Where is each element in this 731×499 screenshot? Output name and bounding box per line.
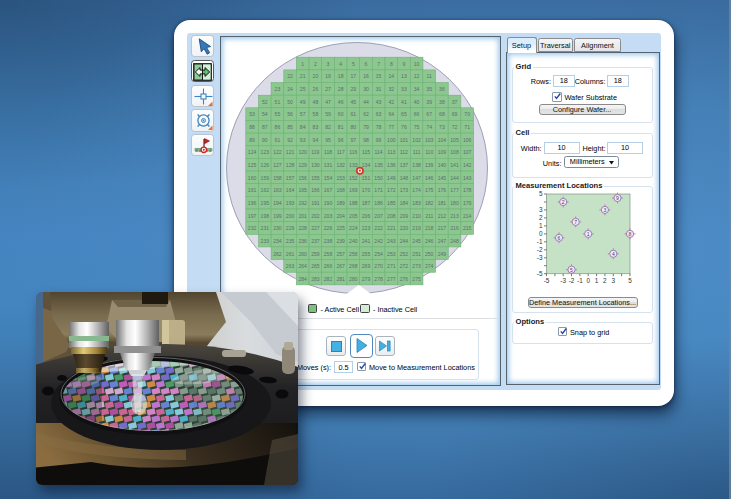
- svg-text:199: 199: [273, 213, 282, 219]
- svg-text:82: 82: [325, 124, 331, 130]
- svg-text:205: 205: [349, 213, 358, 219]
- svg-text:144: 144: [450, 175, 459, 181]
- svg-text:258: 258: [323, 251, 332, 257]
- svg-text:184: 184: [399, 200, 408, 206]
- svg-text:20: 20: [312, 73, 318, 79]
- svg-text:106: 106: [462, 137, 471, 143]
- svg-text:120: 120: [298, 149, 307, 155]
- svg-text:125: 125: [247, 162, 256, 168]
- svg-text:62: 62: [363, 111, 369, 117]
- svg-text:52: 52: [261, 99, 267, 105]
- svg-text:243: 243: [387, 238, 396, 244]
- svg-text:189: 189: [336, 200, 345, 206]
- svg-text:212: 212: [437, 213, 446, 219]
- svg-text:-1: -1: [537, 238, 543, 245]
- svg-text:219: 219: [412, 225, 421, 231]
- svg-text:58: 58: [312, 111, 318, 117]
- svg-text:126: 126: [260, 162, 269, 168]
- svg-text:218: 218: [424, 225, 433, 231]
- svg-text:154: 154: [323, 175, 332, 181]
- svg-text:213: 213: [450, 213, 459, 219]
- svg-text:78: 78: [375, 124, 381, 130]
- svg-text:156: 156: [298, 175, 307, 181]
- svg-text:269: 269: [361, 263, 370, 269]
- svg-text:200: 200: [285, 213, 294, 219]
- svg-text:109: 109: [437, 149, 446, 155]
- svg-text:1: 1: [539, 222, 543, 229]
- svg-text:0: 0: [539, 230, 543, 237]
- svg-text:166: 166: [311, 187, 320, 193]
- svg-text:105: 105: [450, 137, 459, 143]
- svg-text:207: 207: [374, 213, 383, 219]
- svg-text:108: 108: [450, 149, 459, 155]
- svg-text:70: 70: [464, 111, 470, 117]
- svg-text:146: 146: [424, 175, 433, 181]
- svg-text:32: 32: [388, 86, 394, 92]
- svg-text:220: 220: [399, 225, 408, 231]
- svg-text:64: 64: [388, 111, 394, 117]
- svg-text:276: 276: [399, 276, 408, 282]
- svg-text:251: 251: [412, 251, 421, 257]
- svg-text:222: 222: [374, 225, 383, 231]
- svg-text:99: 99: [375, 137, 381, 143]
- svg-text:223: 223: [361, 225, 370, 231]
- svg-text:43: 43: [375, 99, 381, 105]
- svg-text:-2: -2: [537, 246, 543, 253]
- svg-text:97: 97: [350, 137, 356, 143]
- svg-text:152: 152: [349, 175, 358, 181]
- svg-text:90: 90: [261, 137, 267, 143]
- svg-text:148: 148: [399, 175, 408, 181]
- svg-text:197: 197: [247, 213, 256, 219]
- svg-text:158: 158: [273, 175, 282, 181]
- svg-text:66: 66: [413, 111, 419, 117]
- svg-text:28: 28: [337, 86, 343, 92]
- svg-text:54: 54: [261, 111, 267, 117]
- svg-text:185: 185: [387, 200, 396, 206]
- svg-text:18: 18: [337, 73, 343, 79]
- svg-text:24: 24: [287, 86, 293, 92]
- svg-text:26: 26: [312, 86, 318, 92]
- svg-text:136: 136: [387, 162, 396, 168]
- svg-text:225: 225: [336, 225, 345, 231]
- svg-text:96: 96: [337, 137, 343, 143]
- svg-text:145: 145: [437, 175, 446, 181]
- svg-text:211: 211: [425, 213, 433, 219]
- svg-text:6: 6: [364, 61, 367, 67]
- svg-text:273: 273: [412, 263, 421, 269]
- svg-text:5: 5: [351, 61, 354, 67]
- svg-text:282: 282: [323, 276, 332, 282]
- svg-text:79: 79: [363, 124, 369, 130]
- svg-text:124: 124: [247, 149, 256, 155]
- svg-text:277: 277: [387, 276, 396, 282]
- svg-text:47: 47: [325, 99, 331, 105]
- svg-text:171: 171: [374, 187, 383, 193]
- svg-text:188: 188: [349, 200, 358, 206]
- svg-text:121: 121: [285, 149, 294, 155]
- svg-text:150: 150: [374, 175, 383, 181]
- svg-text:206: 206: [361, 213, 370, 219]
- svg-text:-2: -2: [569, 277, 575, 284]
- svg-text:22: 22: [287, 73, 293, 79]
- svg-text:249: 249: [437, 251, 446, 257]
- svg-text:175: 175: [424, 187, 433, 193]
- svg-text:165: 165: [298, 187, 307, 193]
- svg-text:19: 19: [325, 73, 331, 79]
- svg-text:9: 9: [616, 195, 619, 201]
- svg-text:140: 140: [437, 162, 446, 168]
- svg-text:193: 193: [285, 200, 294, 206]
- svg-text:89: 89: [249, 137, 255, 143]
- svg-text:265: 265: [311, 263, 320, 269]
- svg-text:230: 230: [273, 225, 282, 231]
- svg-text:88: 88: [249, 124, 255, 130]
- svg-text:27: 27: [325, 86, 331, 92]
- svg-text:268: 268: [349, 263, 358, 269]
- svg-text:151: 151: [361, 175, 370, 181]
- svg-text:86: 86: [274, 124, 280, 130]
- svg-text:160: 160: [247, 175, 256, 181]
- svg-text:196: 196: [247, 200, 256, 206]
- svg-text:113: 113: [387, 149, 395, 155]
- svg-text:72: 72: [451, 124, 457, 130]
- svg-text:210: 210: [412, 213, 421, 219]
- svg-text:59: 59: [325, 111, 331, 117]
- svg-text:93: 93: [299, 137, 305, 143]
